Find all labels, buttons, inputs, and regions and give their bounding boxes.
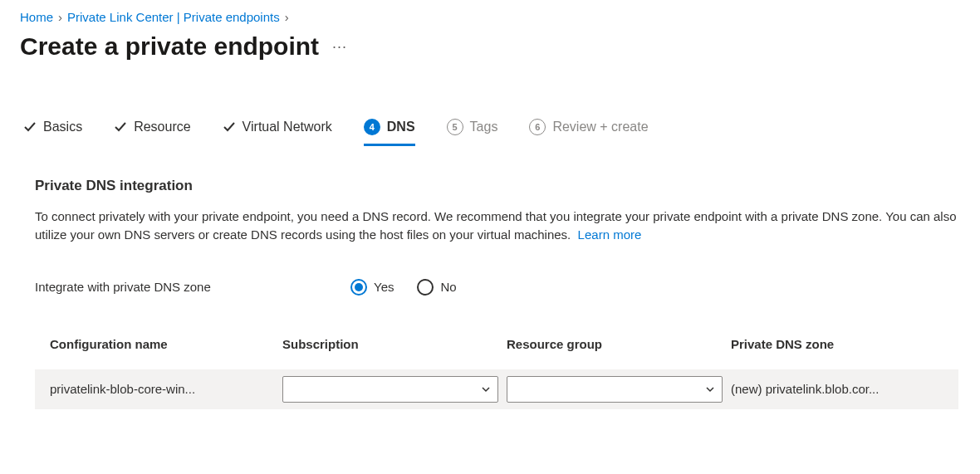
integrate-dns-label: Integrate with private DNS zone	[35, 280, 350, 294]
table-row: privatelink-blob-core-win... (new) priva…	[35, 369, 958, 409]
check-icon	[23, 120, 37, 134]
check-icon	[223, 120, 236, 134]
chevron-down-icon	[705, 384, 715, 394]
subscription-dropdown[interactable]	[282, 376, 498, 403]
cell-private-dns-zone: (new) privatelink.blob.cor...	[731, 382, 943, 396]
integrate-dns-no-radio[interactable]: No	[417, 279, 456, 296]
tab-tags[interactable]: 5 Tags	[447, 119, 498, 146]
more-actions-icon[interactable]: ···	[332, 38, 347, 56]
breadcrumb-separator-icon: ›	[285, 10, 289, 24]
check-icon	[114, 120, 127, 134]
step-number-active: 4	[364, 119, 380, 135]
integrate-dns-radio-group: Yes No	[350, 279, 457, 296]
col-header-subscription: Subscription	[282, 337, 498, 351]
wizard-tabs: Basics Resource Virtual Network 4 DNS 5 …	[20, 119, 960, 146]
breadcrumb-separator-icon: ›	[58, 10, 62, 24]
breadcrumb-home[interactable]: Home	[20, 10, 53, 24]
page-title: Create a private endpoint	[20, 32, 319, 61]
tab-review-create[interactable]: 6 Review + create	[529, 119, 648, 146]
chevron-down-icon	[481, 384, 491, 394]
section-heading: Private DNS integration	[35, 178, 958, 194]
learn-more-link[interactable]: Learn more	[578, 227, 642, 242]
tab-resource[interactable]: Resource	[114, 120, 190, 145]
step-number-pending: 5	[447, 119, 463, 135]
tab-dns[interactable]: 4 DNS	[364, 119, 415, 146]
col-header-private-dns-zone: Private DNS zone	[731, 337, 943, 351]
dns-config-table: Configuration name Subscription Resource…	[35, 337, 958, 409]
section-description: To connect privately with your private e…	[35, 208, 958, 244]
integrate-dns-yes-radio[interactable]: Yes	[350, 279, 394, 296]
breadcrumb-private-link-center[interactable]: Private Link Center | Private endpoints	[67, 10, 280, 24]
cell-configuration-name: privatelink-blob-core-win...	[50, 382, 274, 396]
radio-unselected-icon	[417, 279, 434, 296]
col-header-resource-group: Resource group	[507, 337, 723, 351]
col-header-configuration-name: Configuration name	[50, 337, 274, 351]
breadcrumb: Home › Private Link Center | Private end…	[20, 10, 960, 24]
tab-virtual-network[interactable]: Virtual Network	[223, 120, 332, 145]
step-number-pending: 6	[529, 119, 546, 135]
tab-basics[interactable]: Basics	[23, 120, 82, 145]
radio-selected-icon	[350, 279, 367, 296]
resource-group-dropdown[interactable]	[507, 376, 723, 403]
